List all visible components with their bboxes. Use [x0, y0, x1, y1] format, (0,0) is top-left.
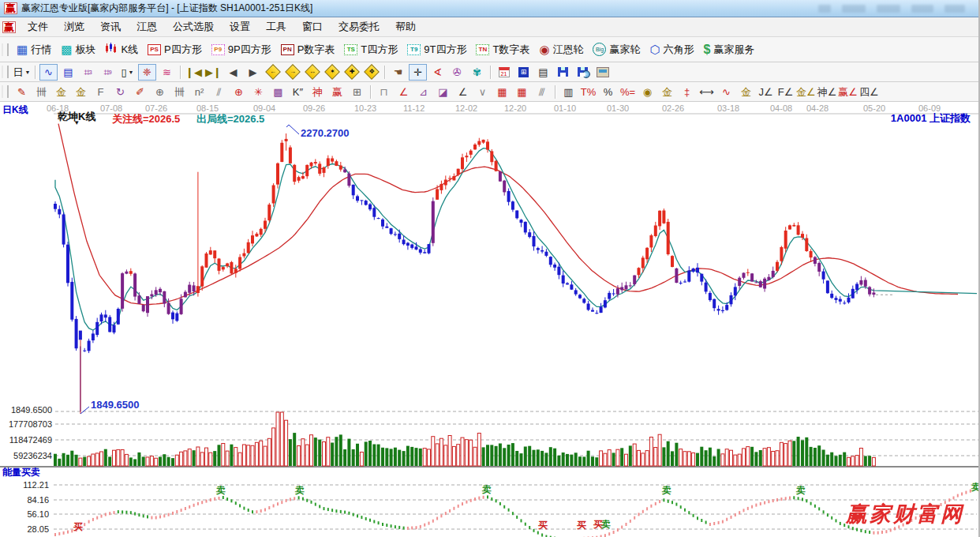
next-bar-button[interactable]: ▶	[244, 64, 262, 81]
t-number-table-button[interactable]: TNT数字表	[471, 41, 534, 58]
menu-item-4[interactable]: 公式选股	[165, 17, 222, 36]
toolbar-grip[interactable]	[2, 66, 9, 78]
9t-square-button[interactable]: T99T四方形	[402, 41, 471, 58]
ying-angle-button[interactable]: 赢∠	[838, 84, 858, 100]
notes-button[interactable]: ▤	[534, 64, 552, 81]
kline-document-button[interactable]: ▤	[59, 64, 77, 81]
angle-fan-small-button[interactable]: ⫽	[210, 84, 228, 100]
three-line-view-button[interactable]: ⌗3	[79, 64, 97, 81]
red-grid-a-button[interactable]: ▦	[493, 84, 511, 100]
prev-bar-button[interactable]: ◀	[224, 64, 242, 81]
t-square-button[interactable]: TST四方形	[339, 41, 402, 58]
f-angle-button[interactable]: F∠	[776, 84, 795, 100]
last-bar-button[interactable]: ▶❙	[204, 64, 223, 81]
kline-button[interactable]: K线	[100, 41, 143, 58]
diamond-star-button[interactable]: ✶	[323, 64, 341, 81]
menu-item-1[interactable]: 浏览	[56, 17, 92, 36]
web-grid-button[interactable]: ▩	[269, 84, 287, 100]
boxed-fan-a-button[interactable]: ⊿	[414, 84, 432, 100]
toolbar-grip[interactable]	[2, 85, 9, 98]
diamond-flag-button[interactable]: ‡	[678, 84, 696, 100]
frame-tool-button[interactable]: ⊓	[375, 84, 393, 100]
9p-square-button[interactable]: P99P四方形	[207, 41, 276, 58]
quotes-button[interactable]: ▦行情	[12, 41, 56, 58]
target-circle-button[interactable]: ⊕	[230, 84, 248, 100]
smart-analysis-button[interactable]: ✾	[468, 64, 486, 81]
send-to-pc-button[interactable]	[593, 64, 612, 81]
gann-compass-button[interactable]: ⊕	[151, 84, 169, 100]
qiankun-kline-toggle-button[interactable]: ∿	[39, 64, 58, 81]
menu-item-8[interactable]: 交易委托	[331, 17, 387, 36]
menu-item-2[interactable]: 资讯	[92, 17, 129, 36]
gold-grid-a-button[interactable]: 金	[52, 84, 70, 100]
red-fan-button[interactable]: ∠	[395, 84, 413, 100]
time-rocket-button[interactable]: ✐	[131, 84, 149, 100]
diamond-both-button[interactable]: ↔	[303, 64, 321, 81]
draw-pen-button[interactable]: ✎	[13, 84, 31, 100]
k-prime-button[interactable]: K″	[289, 84, 307, 100]
hand-tool-button[interactable]: ☚	[389, 64, 407, 81]
calculator-button[interactable]: ⊞	[514, 64, 533, 81]
qiankun-pattern-button[interactable]: ❈	[138, 64, 156, 81]
menu-item-5[interactable]: 设置	[222, 17, 258, 36]
calendar-button[interactable]: 21	[495, 64, 513, 81]
wave-tool-button[interactable]: ∿	[717, 84, 735, 100]
four-angle-button[interactable]: 四∠	[859, 84, 879, 100]
candle-style-dropdown-button[interactable]: ▯▼	[118, 64, 137, 81]
percent-line-button[interactable]: %=	[619, 84, 637, 100]
ying-tool-button[interactable]: 赢	[328, 84, 346, 100]
t-percent-button[interactable]: T%	[579, 84, 597, 100]
star-burst-button[interactable]: ✳	[249, 84, 267, 100]
menu-item-0[interactable]: 文件	[20, 17, 56, 36]
sectors-button[interactable]: ▩板块	[56, 41, 100, 58]
angle-measure-button[interactable]: ∢	[428, 64, 447, 81]
j-angle-button[interactable]: J∠	[757, 84, 775, 100]
zigzag-tool-button[interactable]: ∨	[473, 84, 492, 100]
winner-wheel-button[interactable]: Big赢家轮	[588, 41, 645, 58]
menu-item-3[interactable]: 江恩	[129, 17, 165, 36]
toolbar-grip[interactable]	[2, 43, 9, 56]
save-button[interactable]	[554, 64, 572, 81]
gann-grid-button[interactable]: 卌	[32, 84, 50, 100]
first-bar-button[interactable]: ❙◀	[185, 64, 203, 81]
crosshair-tool-button[interactable]: ✛	[409, 64, 427, 81]
shen-angle-button[interactable]: 神∠	[817, 84, 837, 100]
diamond-right-button[interactable]: →	[283, 64, 301, 81]
stats-panel-button[interactable]: ▥	[559, 84, 578, 100]
kline-chart-canvas[interactable]	[0, 102, 980, 537]
ruler-123-button[interactable]: ⊞	[348, 84, 366, 100]
hexagon-button[interactable]: ⬡六角形	[645, 41, 698, 58]
volume-distribution-button[interactable]: ≋	[158, 64, 176, 81]
p-square-button[interactable]: PSP四方形	[143, 41, 207, 58]
gold-grid-b-button[interactable]: 金	[72, 84, 90, 100]
gold-lines-button[interactable]: 金	[658, 84, 676, 100]
multi-lines-button[interactable]: ⫻	[533, 84, 551, 100]
percent-button[interactable]: %	[599, 84, 617, 100]
p-number-table-button[interactable]: PNP数字表	[276, 41, 340, 58]
shen-tool-button[interactable]: 神	[309, 84, 327, 100]
kline-mode-dropdown[interactable]: 乾坤K线 ▼	[58, 111, 95, 127]
gold-lines-2-button[interactable]: 金	[737, 84, 755, 100]
spiral-tool-button[interactable]: ↻	[111, 84, 129, 100]
menu-item-6[interactable]: 工具	[258, 17, 294, 36]
boxed-fan-b-button[interactable]: ◪	[434, 84, 452, 100]
gold-circle-button[interactable]: ◉	[638, 84, 656, 100]
diamond-plus-button[interactable]: ✚	[342, 64, 361, 81]
gann-wheel-button[interactable]: ◉江恩轮	[534, 41, 588, 58]
fib-grid-button[interactable]: F	[92, 84, 110, 100]
gold-angle-button[interactable]: 金∠	[796, 84, 816, 100]
diamond-left-button[interactable]: ←	[264, 64, 282, 81]
shape-stamp-button[interactable]: ✇	[448, 64, 466, 81]
period-day-dropdown-button[interactable]: 日▼	[13, 64, 31, 81]
red-grid-b-button[interactable]: ▦	[513, 84, 531, 100]
save-web-button[interactable]	[574, 64, 592, 81]
nine-line-view-button[interactable]: ⌗9	[99, 64, 117, 81]
diamond-move-button[interactable]: ✥	[362, 64, 380, 81]
n-square-button[interactable]: n²	[190, 84, 208, 100]
h-range-button[interactable]: ⟷	[698, 84, 716, 100]
menu-item-7[interactable]: 窗口	[294, 17, 331, 36]
price-grid-button[interactable]: 卌	[170, 84, 189, 100]
trend-arrow-button[interactable]: ∠	[454, 84, 472, 100]
winner-service-button[interactable]: $赢家服务	[699, 41, 760, 58]
menu-item-9[interactable]: 帮助	[387, 17, 424, 36]
